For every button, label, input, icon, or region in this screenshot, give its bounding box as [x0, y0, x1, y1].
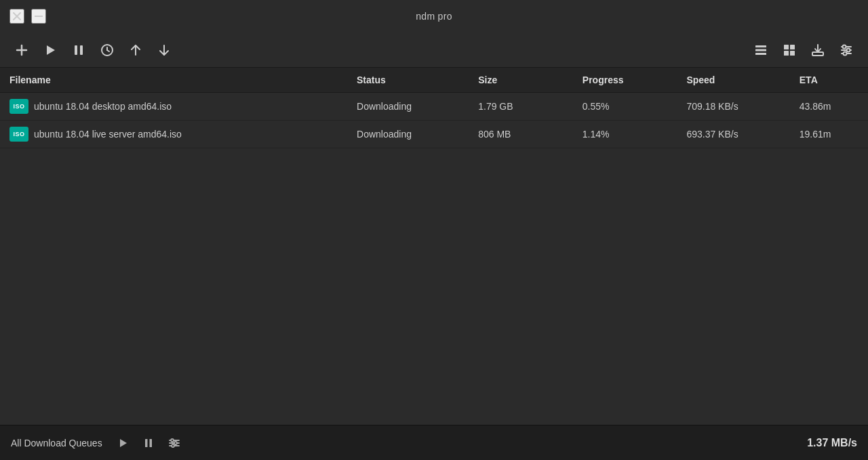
svg-point-25	[843, 45, 846, 48]
cell-filename: ISO ubuntu 18.04 live server amd64.iso	[0, 121, 347, 148]
table-row[interactable]: ISO ubuntu 18.04 live server amd64.iso D…	[0, 121, 868, 148]
title-bar: ndm pro	[0, 0, 868, 33]
cell-status: Downloading	[347, 121, 469, 148]
filename-text: ubuntu 18.04 live server amd64.iso	[34, 129, 182, 140]
cell-eta: 43.86m	[790, 93, 868, 121]
equalizer-icon	[839, 43, 854, 58]
schedule-icon	[100, 43, 115, 58]
svg-rect-17	[790, 45, 795, 49]
svg-point-34	[171, 439, 174, 442]
status-equalizer-icon	[168, 437, 180, 449]
svg-point-27	[844, 51, 847, 55]
export-icon	[810, 43, 825, 58]
filename-text: ubuntu 18.04 desktop amd64.iso	[34, 101, 172, 112]
status-pause-button[interactable]	[138, 432, 159, 454]
header-filename: Filename	[0, 68, 347, 93]
status-play-button[interactable]	[112, 432, 134, 454]
svg-point-36	[172, 444, 174, 447]
list-view-icon	[753, 43, 768, 58]
status-bar: All Download Queues	[0, 425, 868, 460]
move-up-icon	[128, 43, 143, 58]
svg-rect-18	[784, 51, 789, 56]
move-down-icon	[157, 43, 172, 58]
svg-rect-29	[145, 439, 148, 447]
move-up-button[interactable]	[123, 38, 148, 62]
add-button[interactable]	[9, 38, 34, 62]
settings-button[interactable]	[834, 38, 859, 62]
app-title: ndm pro	[416, 11, 452, 22]
schedule-button[interactable]	[95, 38, 119, 62]
iso-badge: ISO	[9, 127, 28, 142]
minimize-icon	[35, 16, 43, 17]
cell-size: 806 MB	[469, 121, 573, 148]
toolbar	[0, 33, 868, 68]
svg-rect-13	[755, 45, 766, 47]
export-button[interactable]	[806, 38, 830, 62]
status-settings-button[interactable]	[163, 432, 185, 454]
table-header-row: Filename Status Size Progress Speed ETA	[0, 68, 868, 93]
grid-view-icon	[782, 43, 797, 58]
svg-point-35	[174, 442, 177, 444]
play-icon	[43, 43, 58, 58]
add-icon	[14, 43, 29, 58]
grid-view-button[interactable]	[777, 38, 802, 62]
svg-rect-30	[149, 439, 152, 447]
cell-speed: 693.37 KB/s	[677, 121, 789, 148]
cell-speed: 709.18 KB/s	[677, 93, 789, 121]
status-pause-icon	[143, 438, 154, 448]
svg-rect-16	[784, 45, 789, 49]
queue-label: All Download Queues	[11, 438, 102, 448]
header-eta: ETA	[790, 68, 868, 93]
svg-marker-5	[47, 45, 55, 55]
status-play-icon	[117, 438, 128, 448]
downloads-table-container: Filename Status Size Progress Speed ETA …	[0, 68, 868, 425]
move-down-button[interactable]	[152, 38, 176, 62]
svg-rect-14	[755, 49, 766, 51]
window-controls	[9, 9, 46, 24]
header-progress: Progress	[573, 68, 677, 93]
svg-rect-7	[80, 45, 83, 55]
cell-status: Downloading	[347, 93, 469, 121]
header-size: Size	[469, 68, 573, 93]
minimize-button[interactable]	[31, 9, 46, 24]
iso-badge: ISO	[9, 99, 28, 114]
pause-icon	[71, 43, 86, 58]
close-button[interactable]	[9, 9, 24, 24]
pause-button[interactable]	[66, 38, 91, 62]
list-view-button[interactable]	[749, 38, 773, 62]
close-icon	[13, 12, 21, 20]
header-speed: Speed	[677, 68, 789, 93]
svg-rect-15	[755, 53, 766, 55]
cell-filename: ISO ubuntu 18.04 desktop amd64.iso	[0, 93, 347, 121]
cell-progress: 0.55%	[573, 93, 677, 121]
toolbar-right	[749, 38, 859, 62]
cell-progress: 1.14%	[573, 121, 677, 148]
status-bar-left: All Download Queues	[11, 432, 185, 454]
header-status: Status	[347, 68, 469, 93]
table-row[interactable]: ISO ubuntu 18.04 desktop amd64.iso Downl…	[0, 93, 868, 121]
svg-marker-28	[120, 439, 127, 447]
downloads-table: Filename Status Size Progress Speed ETA …	[0, 68, 868, 148]
cell-eta: 19.61m	[790, 121, 868, 148]
status-controls	[112, 432, 185, 454]
toolbar-left	[9, 38, 176, 62]
play-button[interactable]	[38, 38, 62, 62]
svg-rect-19	[790, 51, 795, 56]
svg-line-10	[107, 50, 109, 51]
svg-point-26	[847, 48, 850, 51]
svg-rect-6	[75, 45, 77, 55]
total-speed: 1.37 MB/s	[807, 437, 857, 449]
cell-size: 1.79 GB	[469, 93, 573, 121]
